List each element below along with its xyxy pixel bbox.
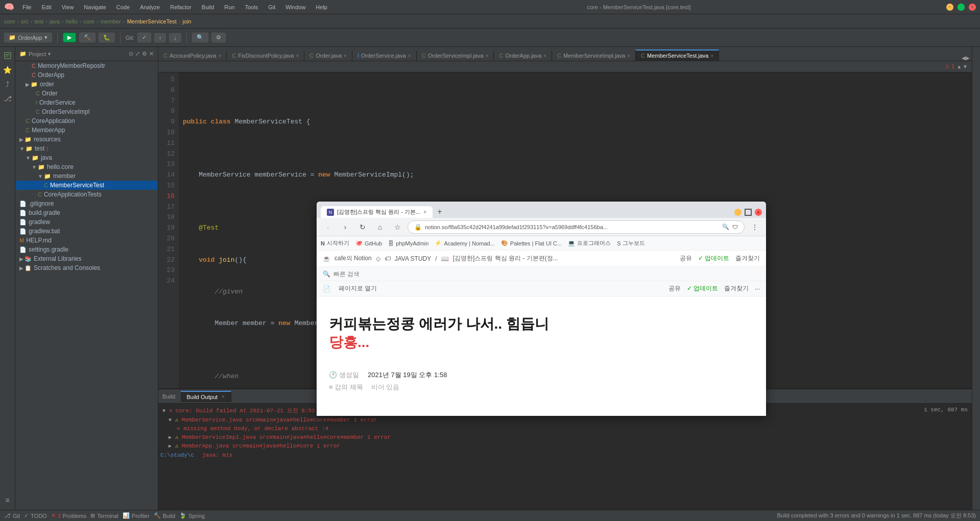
git-push-button[interactable]: ↑: [154, 33, 166, 42]
menu-file[interactable]: File: [18, 3, 36, 11]
tree-item-coreapp[interactable]: C CoreApplication: [15, 116, 158, 126]
tab-close-btn[interactable]: ×: [627, 53, 630, 59]
build-output-item-1[interactable]: ▼ ⚠ MemberService.java src#main#java#hel…: [160, 415, 970, 424]
git-pull-button[interactable]: ↓: [169, 33, 181, 42]
scroll-up-icon[interactable]: ▲: [957, 64, 962, 69]
breadcrumb-item[interactable]: core: [84, 18, 94, 24]
git-status[interactable]: ⎇ Git: [4, 512, 20, 519]
address-bar[interactable]: 🔒 notion.so/f8a635c42d2f4241a99defad1f29…: [408, 220, 745, 234]
home-button[interactable]: ⌂: [373, 220, 387, 234]
git-icon-btn[interactable]: ⎇: [1, 92, 14, 105]
bottom-tab-build-output[interactable]: Build Output ×: [181, 391, 231, 402]
scroll-down-icon[interactable]: ▼: [963, 64, 968, 69]
breadcrumb-item[interactable]: test: [34, 18, 43, 24]
settings-button[interactable]: ⚙: [211, 33, 226, 42]
tree-item-member[interactable]: ▼ 📁 member: [15, 171, 158, 181]
tab-close-btn[interactable]: ×: [710, 53, 713, 59]
notion-search-input[interactable]: [333, 270, 760, 278]
menu-window[interactable]: Window: [281, 3, 309, 11]
tab-order[interactable]: C Order.java ×: [304, 51, 352, 61]
tree-item-orderapp[interactable]: C OrderApp: [15, 70, 158, 80]
tab-close-btn[interactable]: ×: [486, 53, 489, 59]
tab-accountpolicy[interactable]: C AccountPolicy.java ×: [158, 51, 227, 61]
run-button[interactable]: ▶: [63, 33, 76, 42]
menu-edit[interactable]: Edit: [38, 3, 56, 11]
tab-close-btn[interactable]: ×: [344, 53, 347, 59]
menu-build[interactable]: Build: [198, 3, 218, 11]
tree-item-hello-core[interactable]: ▼ 📁 hello.core: [15, 162, 158, 171]
new-tab-button[interactable]: +: [434, 206, 446, 218]
notion-update-btn[interactable]: ✓ 업데이트: [698, 254, 729, 263]
tree-item-orderserviceimpl[interactable]: C OrderServiceImpl: [15, 107, 158, 116]
breadcrumb-item[interactable]: core: [4, 18, 15, 24]
tree-item-settingsgradle[interactable]: 📄 settings.gradle: [15, 245, 158, 254]
breadcrumb-item-class[interactable]: MemberServiceTest: [127, 18, 177, 24]
todo-status[interactable]: ✓ TODO: [24, 512, 47, 519]
tab-memberserviceimpl[interactable]: C MemberServiceImpl.java ×: [552, 51, 636, 61]
menu-refactor[interactable]: Refactor: [166, 3, 196, 11]
close-button[interactable]: ×: [969, 4, 976, 11]
close-icon[interactable]: ×: [222, 394, 225, 400]
tab-close-btn[interactable]: ×: [408, 53, 411, 59]
git-commit-button[interactable]: ✓: [137, 33, 151, 42]
menu-help[interactable]: Help: [312, 3, 331, 11]
bookmark-academy[interactable]: ⚡ Academy | Nomad...: [435, 240, 494, 246]
breadcrumb-item-method[interactable]: join: [183, 18, 192, 24]
search-button[interactable]: 🔍: [192, 33, 208, 42]
tree-item-coreapptests[interactable]: C CoreApplicationTests: [15, 190, 158, 199]
tab-orderservice[interactable]: I OrderService.java ×: [352, 51, 417, 61]
structure-icon-btn[interactable]: ≡: [1, 493, 14, 507]
build-button[interactable]: 🔨: [79, 33, 95, 42]
problems-status[interactable]: ✕ 3 Problems: [51, 512, 87, 519]
debug-button[interactable]: 🐛: [99, 33, 115, 42]
browser-minimize-btn[interactable]: [734, 209, 742, 216]
browser-tab-notion[interactable]: N [김영한]스프링 핵심 원리 - 기본... ×: [321, 206, 433, 218]
notion-page-share-btn[interactable]: 공유: [668, 284, 681, 293]
tree-item-order[interactable]: C Order: [15, 89, 158, 98]
tab-fixdiscount[interactable]: C FixDiscountPolicy.java ×: [227, 51, 304, 61]
tree-item-resources[interactable]: ▶ 📁 resources: [15, 135, 158, 144]
pull-requests-icon-btn[interactable]: ⤴: [1, 78, 14, 91]
tree-item-gradlewbat[interactable]: 📄 gradlew.bat: [15, 227, 158, 236]
tree-item-gitignore[interactable]: 📄 .gitignore: [15, 199, 158, 208]
build-output-item-4[interactable]: ▶ ⚠ MemberApp.java src#main#java#hello#c…: [160, 441, 970, 450]
project-icon-btn[interactable]: [1, 49, 14, 62]
tab-close-btn[interactable]: ×: [218, 53, 221, 59]
tree-item-test[interactable]: ▼ 📁 test |: [15, 144, 158, 153]
tree-item-scratches[interactable]: ▶ 📋 Scratches and Consoles: [15, 263, 158, 272]
bookmark-phpmyadmin[interactable]: 🗄 phpMyAdmin: [388, 240, 428, 246]
bookmarks-icon-btn[interactable]: ⭐: [1, 63, 14, 77]
tree-item-helpmd[interactable]: M HELP.md: [15, 236, 158, 245]
menu-code[interactable]: Code: [112, 3, 134, 11]
collapse-all-icon[interactable]: ⤢: [135, 51, 140, 57]
bookmark-github[interactable]: 🐙 GitHub: [355, 240, 382, 246]
tree-item-java[interactable]: ▼ 📁 java: [15, 153, 158, 162]
notion-page-update-btn[interactable]: ✓ 업데이트: [687, 284, 718, 293]
browser-tab-close-btn[interactable]: ×: [423, 209, 426, 215]
notion-page-fav-btn[interactable]: 즐겨찾기: [724, 284, 749, 293]
browser-close-btn[interactable]: ×: [755, 209, 762, 216]
spring-status[interactable]: 🍃 Spring: [179, 512, 205, 519]
browser-restore-btn[interactable]: [745, 209, 752, 216]
build-output-item-2[interactable]: ✕ missing method body, or declare abstra…: [160, 424, 970, 433]
profiler-status[interactable]: 📊 Profiler: [123, 512, 150, 519]
notion-page-more-btn[interactable]: ···: [755, 284, 760, 293]
tree-item-external-libs[interactable]: ▶ 📚 External Libraries: [15, 254, 158, 263]
forward-button[interactable]: ›: [338, 220, 352, 234]
notion-share-btn[interactable]: 공유: [680, 254, 692, 263]
tree-item-buildgradle[interactable]: 📄 build.gradle: [15, 208, 158, 217]
scroll-right-icon[interactable]: ▶: [966, 55, 970, 61]
bookmark-button[interactable]: ☆: [390, 220, 404, 234]
breadcrumb-item[interactable]: src: [21, 18, 29, 24]
build-status[interactable]: 🔨 Build: [154, 512, 175, 519]
back-button[interactable]: ‹: [321, 220, 335, 234]
tree-item-orderservice[interactable]: I OrderService: [15, 98, 158, 107]
terminal-status[interactable]: ⊞ Terminal: [90, 512, 118, 519]
build-output-item-3[interactable]: ▶ ⚠ MemberServiceImpl.java src#main#java…: [160, 433, 970, 441]
menu-analyze[interactable]: Analyze: [136, 3, 164, 11]
menu-run[interactable]: Run: [220, 3, 238, 11]
bookmark-notion[interactable]: N 시작하기: [321, 239, 349, 247]
breadcrumb-item[interactable]: hello: [66, 18, 78, 24]
breadcrumb-item[interactable]: member: [101, 18, 121, 24]
tree-item-memberservicetest[interactable]: C MemberServiceTest: [15, 181, 158, 190]
